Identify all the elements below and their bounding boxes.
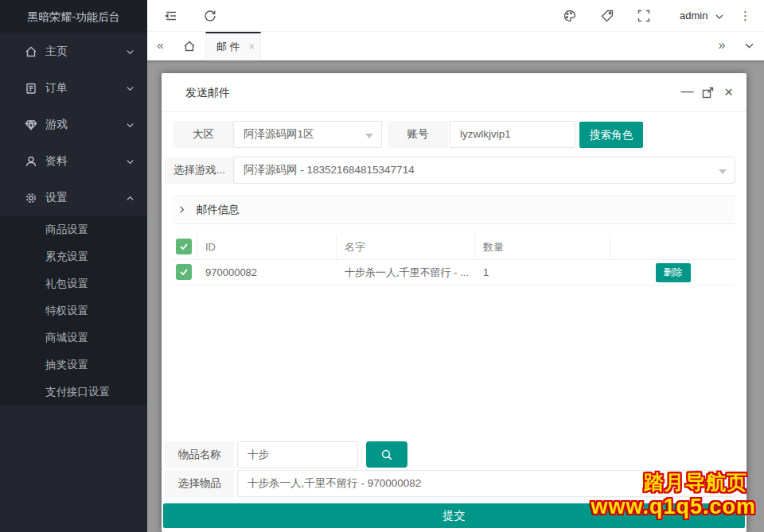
tabs-scroll-left-button[interactable]: « bbox=[147, 32, 173, 60]
tag-icon[interactable] bbox=[600, 9, 614, 23]
sidebar-item-home[interactable]: 主页 bbox=[0, 33, 147, 70]
account-input[interactable]: lyzwlkjvip1 bbox=[450, 121, 575, 148]
tabs-menu-button[interactable] bbox=[736, 32, 762, 60]
table-row: 970000082 十步杀一人,千里不留行 - ... 1 删除 bbox=[173, 260, 735, 285]
row-checkbox[interactable] bbox=[176, 264, 192, 280]
fullscreen-icon[interactable] bbox=[637, 9, 651, 23]
watermark-url: www.q1q5.com bbox=[591, 495, 756, 519]
chevron-down-icon bbox=[715, 12, 724, 21]
dialog-titlebar: 发送邮件 — × bbox=[162, 73, 746, 112]
order-icon bbox=[25, 82, 37, 95]
sidebar: 黑暗荣耀-功能后台 主页 订单 游戏 资料 设置 商品设置 累 bbox=[0, 0, 147, 532]
send-mail-dialog: 发送邮件 — × 大区 阿泽源码网1区 账号 lyzwlkjvip1 搜索角色 … bbox=[162, 73, 746, 532]
chevron-right-icon bbox=[177, 205, 186, 214]
search-item-button[interactable] bbox=[366, 441, 407, 468]
table-header-row: ID 名字 数量 bbox=[173, 235, 735, 260]
cell-qty: 1 bbox=[475, 260, 610, 285]
col-header-actions bbox=[610, 235, 735, 260]
close-icon[interactable]: × bbox=[722, 86, 735, 99]
sidebar-subitem-mall-settings[interactable]: 商城设置 bbox=[0, 324, 147, 351]
minimize-icon[interactable]: — bbox=[680, 86, 694, 99]
maximize-icon[interactable] bbox=[701, 86, 715, 99]
select-item-value: 十步杀一人,千里不留行 - 970000082 bbox=[248, 477, 421, 489]
select-game-value: 阿泽源码网 - 183521684815347714 bbox=[244, 164, 415, 176]
chevron-down-icon bbox=[126, 121, 134, 130]
chevron-down-icon bbox=[126, 157, 134, 166]
settings-icon bbox=[25, 192, 37, 204]
col-header-name: 名字 bbox=[337, 235, 475, 260]
tabs-scroll-right-button[interactable]: » bbox=[707, 32, 736, 60]
account-label: 账号 bbox=[388, 121, 448, 148]
check-icon bbox=[179, 242, 189, 251]
mail-info-label: 邮件信息 bbox=[197, 204, 240, 216]
profile-icon bbox=[25, 155, 37, 168]
sidebar-subitem-privilege-settings[interactable]: 特权设置 bbox=[0, 297, 147, 324]
tab-label: 邮 件 bbox=[216, 41, 240, 52]
app-window: 黑暗荣耀-功能后台 主页 订单 游戏 资料 设置 商品设置 累 bbox=[0, 0, 764, 532]
sidebar-subitem-giftpack-settings[interactable]: 礼包设置 bbox=[0, 270, 147, 297]
sidebar-subitem-recharge-settings[interactable]: 累充设置 bbox=[0, 243, 147, 270]
cell-name: 十步杀一人,千里不留行 - ... bbox=[337, 260, 475, 285]
chevron-up-icon bbox=[126, 194, 134, 203]
mail-info-collapse-header[interactable]: 邮件信息 bbox=[173, 196, 735, 224]
sidebar-item-label: 主页 bbox=[45, 45, 68, 59]
region-select[interactable]: 阿泽源码网1区 bbox=[233, 121, 382, 148]
check-icon bbox=[179, 267, 189, 277]
top-header: admin ⋮ bbox=[147, 0, 764, 32]
sidebar-subitem-lottery-settings[interactable]: 抽奖设置 bbox=[0, 351, 147, 379]
chevron-down-icon bbox=[744, 41, 754, 51]
items-table: ID 名字 数量 970000082 十步杀一人,千里不留行 - ... 1 删… bbox=[173, 235, 735, 285]
home-icon bbox=[25, 45, 37, 58]
region-select-value: 阿泽源码网1区 bbox=[244, 128, 314, 140]
sidebar-item-settings[interactable]: 设置 bbox=[0, 180, 147, 216]
cell-id: 970000082 bbox=[197, 260, 337, 285]
sidebar-item-profile[interactable]: 资料 bbox=[0, 143, 147, 180]
sidebar-subitem-payment-settings[interactable]: 支付接口设置 bbox=[0, 379, 147, 406]
item-name-label: 物品名称 bbox=[165, 441, 234, 468]
sidebar-item-games[interactable]: 游戏 bbox=[0, 107, 147, 143]
dialog-title: 发送邮件 bbox=[185, 73, 230, 112]
username: admin bbox=[680, 10, 707, 21]
app-title: 黑暗荣耀-功能后台 bbox=[0, 0, 147, 33]
tab-mail[interactable]: 邮 件 × bbox=[205, 32, 261, 60]
region-label: 大区 bbox=[173, 121, 234, 148]
chevron-down-icon bbox=[126, 84, 134, 93]
collapse-sidebar-icon[interactable] bbox=[164, 9, 178, 23]
sidebar-item-orders[interactable]: 订单 bbox=[0, 70, 147, 107]
tab-home[interactable] bbox=[173, 32, 205, 60]
theme-palette-icon[interactable] bbox=[563, 9, 577, 23]
chevron-down-icon bbox=[126, 48, 134, 56]
tab-bar: « 邮 件 × » bbox=[147, 32, 764, 60]
chevron-down-icon bbox=[365, 134, 373, 138]
chevron-down-icon bbox=[719, 169, 727, 174]
user-menu[interactable]: admin bbox=[680, 0, 724, 32]
search-icon bbox=[380, 449, 393, 461]
col-header-qty: 数量 bbox=[475, 235, 610, 260]
sidebar-subitem-goods-settings[interactable]: 商品设置 bbox=[0, 216, 147, 243]
sidebar-item-label: 设置 bbox=[45, 191, 68, 205]
select-game-select[interactable]: 阿泽源码网 - 183521684815347714 bbox=[233, 157, 735, 184]
watermark-title: 踏月导航页 bbox=[644, 469, 747, 495]
tab-close-icon[interactable]: × bbox=[248, 33, 255, 60]
item-name-input[interactable]: 十步 bbox=[237, 441, 358, 468]
home-icon bbox=[183, 40, 196, 52]
refresh-icon[interactable] bbox=[203, 9, 217, 23]
game-icon bbox=[25, 118, 37, 131]
select-item-label: 选择物品 bbox=[165, 470, 234, 497]
delete-button[interactable]: 删除 bbox=[656, 263, 691, 282]
more-menu-icon[interactable]: ⋮ bbox=[739, 0, 751, 32]
sidebar-item-label: 游戏 bbox=[45, 118, 68, 132]
select-all-checkbox[interactable] bbox=[176, 239, 192, 254]
sidebar-item-label: 资料 bbox=[45, 154, 68, 169]
col-header-id: ID bbox=[197, 235, 337, 260]
select-game-label: 选择游戏... bbox=[165, 157, 234, 184]
search-role-button[interactable]: 搜索角色 bbox=[579, 122, 643, 148]
settings-submenu: 商品设置 累充设置 礼包设置 特权设置 商城设置 抽奖设置 支付接口设置 bbox=[0, 216, 147, 406]
sidebar-item-label: 订单 bbox=[45, 81, 68, 95]
